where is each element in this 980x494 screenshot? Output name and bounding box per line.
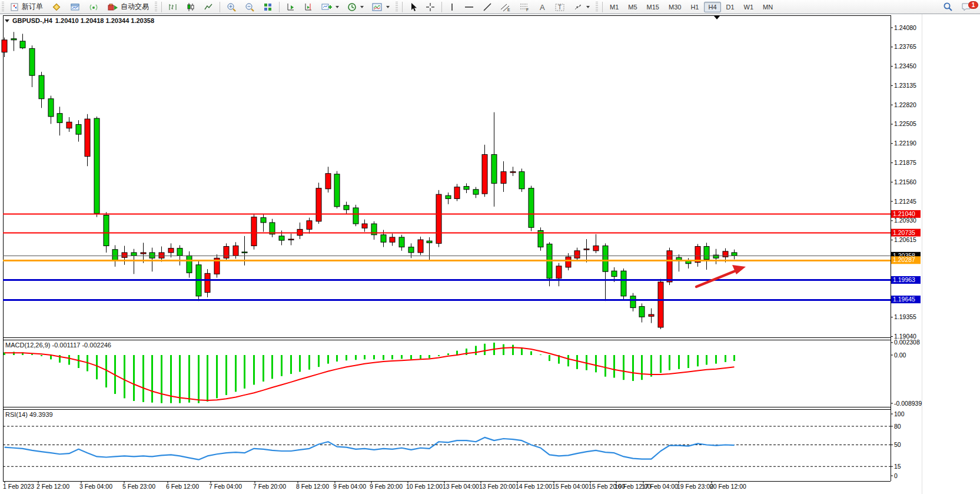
timeframe-d1-button[interactable]: D1 [722,2,739,12]
timeframe-m1-button[interactable]: M1 [606,2,623,12]
candle-body [464,187,469,190]
cursor-tool-button[interactable] [406,0,421,14]
vertical-line-icon [449,2,456,12]
vertical-line-tool-button[interactable] [445,0,459,14]
zoom-in-button[interactable] [223,0,240,14]
candle-body [446,195,451,198]
symbol-dropdown-icon[interactable] [5,19,9,22]
timeframe-m5-button[interactable]: M5 [624,2,641,12]
candle-body [224,247,229,258]
candle-body [150,253,155,258]
chart-canvas[interactable]: 1.240801.237651.234501.231351.228201.225… [0,0,980,494]
candle-body [704,247,709,260]
fibonacci-tool-button[interactable]: F [516,0,533,14]
timeframe-m30-button[interactable]: M30 [665,2,685,12]
toolbar-grip[interactable] [396,2,398,12]
timeframe-m15-button[interactable]: M15 [643,2,663,12]
gold-diamond-icon [51,2,62,12]
candle-body [510,172,516,173]
timeframe-w1-button[interactable]: W1 [740,2,758,12]
fibonacci-icon: F [519,2,530,12]
candle-body [141,253,146,254]
candle-body [593,246,599,251]
line-chart-button[interactable] [200,0,217,14]
candle-body [131,253,137,256]
price-axis[interactable] [891,15,922,481]
signal-icon [89,2,99,12]
candle-body [436,194,441,243]
chart-shift-button[interactable] [300,0,317,14]
new-order-icon [10,2,19,12]
timeframe-h4-button[interactable]: H4 [704,2,720,12]
cursor-icon [409,2,417,12]
rsi-indicator-label: RSI(14) 49.3939 [5,411,53,418]
bar-chart-button[interactable] [165,0,181,14]
candle-body [251,217,257,246]
signals-button[interactable] [85,0,103,14]
channel-tool-button[interactable]: E [497,0,514,14]
candle-body [104,215,109,246]
crosshair-tool-button[interactable] [422,0,438,14]
charts-window-button[interactable] [67,0,84,14]
toolbar-grip[interactable] [596,2,598,12]
toolbar-grip[interactable] [2,2,4,12]
separator [602,2,603,12]
new-chart-button[interactable] [318,0,343,14]
autotrading-button[interactable]: 自动交易 [104,0,152,14]
trendline-icon [483,2,492,12]
new-order-button[interactable]: 新订单 [6,0,46,14]
horizontal-line-tool-button[interactable] [460,0,478,14]
date-axis[interactable] [3,481,891,492]
candle-body [473,190,479,194]
candle-body [529,188,534,228]
candle-body [112,250,118,261]
candle-body [48,99,54,117]
candle-body [630,296,636,308]
candle-body [307,221,312,230]
candle-body [233,246,238,256]
timeframe-h1-button[interactable]: H1 [686,2,703,12]
label-tool-button[interactable]: T [551,0,569,14]
candle-body [501,172,506,184]
candle-body [261,218,266,223]
candle-body [732,253,737,256]
market-depth-button[interactable] [48,0,65,14]
text-tool-button[interactable]: A [534,0,550,14]
candle-body [57,114,62,123]
search-button[interactable] [939,0,956,14]
candle-body [667,251,672,282]
candle-body [399,237,404,247]
candle-body [279,236,284,240]
candle-body [381,235,386,242]
chart-background [0,14,980,494]
equidistant-channel-icon: E [500,2,511,12]
clock-icon [347,2,357,12]
periods-button[interactable] [344,0,367,14]
autotrading-icon [108,2,118,12]
candle-body [187,256,192,273]
tile-windows-button[interactable] [260,0,276,14]
candlestick-chart-button[interactable] [182,0,199,14]
templates-button[interactable] [368,0,393,14]
trendline-tool-button[interactable] [479,0,496,14]
candle-body [76,124,81,134]
candle-body [621,271,626,296]
template-icon [372,2,383,12]
crosshair-icon [426,2,435,12]
candle-body [122,253,127,257]
toolbar-grip[interactable] [155,2,157,12]
notifications-button[interactable]: 1 [958,0,975,14]
candle-body [390,237,395,242]
candle-body [2,40,7,52]
zoom-out-button[interactable] [241,0,258,14]
candle-body [20,41,25,48]
auto-scroll-button[interactable] [283,0,299,14]
arrows-tool-button[interactable] [570,0,593,14]
candle-body [288,239,294,240]
timeframe-mn-button[interactable]: MN [759,2,777,12]
tile-windows-icon [263,2,273,12]
candle-body [316,188,321,221]
notification-badge[interactable]: 1 [968,1,978,9]
candle-body [519,172,524,189]
new-chart-icon [321,2,332,12]
